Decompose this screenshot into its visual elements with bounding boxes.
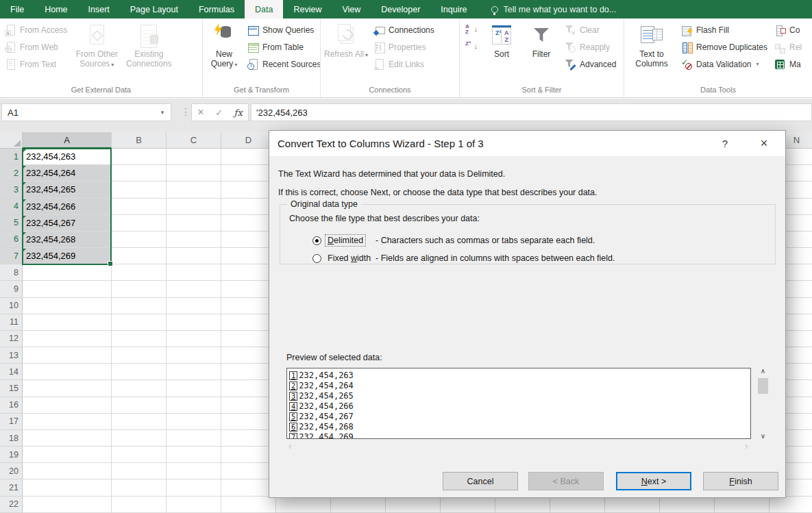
from-other-sources-button[interactable]: From Other Sources▾ <box>71 21 123 85</box>
cell-C8[interactable] <box>167 264 221 281</box>
row-header-15[interactable]: 15 <box>0 380 23 397</box>
cell-A14[interactable] <box>23 364 112 380</box>
cell-C2[interactable] <box>167 165 221 182</box>
cell-B20[interactable] <box>112 463 167 479</box>
tab-home[interactable]: Home <box>34 0 77 18</box>
cell-C9[interactable] <box>167 281 221 297</box>
cell-D15[interactable] <box>221 380 276 397</box>
cell-B21[interactable] <box>112 479 167 496</box>
cell-B11[interactable] <box>112 314 167 331</box>
cell-D10[interactable] <box>221 298 276 314</box>
cell-B3[interactable] <box>112 182 167 198</box>
cell-D9[interactable] <box>221 281 276 297</box>
cell-C21[interactable] <box>167 479 221 496</box>
cell-D1[interactable] <box>221 149 276 165</box>
row-header-13[interactable]: 13 <box>0 347 23 364</box>
next-button[interactable]: Next > <box>616 472 691 490</box>
row-header-14[interactable]: 14 <box>0 364 23 380</box>
cell-D19[interactable] <box>221 447 276 463</box>
cell-B13[interactable] <box>112 347 167 364</box>
cell-B12[interactable] <box>112 331 167 347</box>
tab-view[interactable]: View <box>332 0 371 18</box>
tab-page-layout[interactable]: Page Layout <box>120 0 188 18</box>
cell-B22[interactable] <box>112 497 167 513</box>
cell-A5[interactable]: 232,454,267 <box>23 215 112 232</box>
row-header-11[interactable]: 11 <box>0 314 23 331</box>
relationships-button[interactable]: Rel <box>772 38 804 55</box>
show-queries-button[interactable]: Show Queries <box>245 21 320 38</box>
cell-A2[interactable]: 232,454,264 <box>23 165 112 182</box>
row-header-18[interactable]: 18 <box>0 430 23 447</box>
cell-A3[interactable]: 232,454,265 <box>23 182 112 198</box>
insert-function-icon[interactable] <box>234 106 243 118</box>
row-header-6[interactable]: 6 <box>0 232 23 248</box>
cell-D6[interactable] <box>221 232 276 248</box>
cell-A10[interactable] <box>23 298 112 314</box>
recent-sources-button[interactable]: Recent Sources <box>245 55 320 73</box>
cell-D20[interactable] <box>221 463 276 479</box>
preview-vertical-scrollbar[interactable] <box>757 368 769 439</box>
cell-F22[interactable] <box>331 497 386 513</box>
row-header-10[interactable]: 10 <box>0 298 23 314</box>
cell-A21[interactable] <box>23 479 112 496</box>
new-query-button[interactable]: New Query▾ <box>204 21 244 85</box>
name-box[interactable]: A1 ▾ <box>1 103 171 121</box>
cell-G22[interactable] <box>386 497 441 513</box>
clear-button[interactable]: Clear <box>562 21 619 38</box>
consolidate-button[interactable]: Co <box>772 21 804 38</box>
tab-data[interactable]: Data <box>245 0 283 18</box>
cell-D16[interactable] <box>221 397 276 414</box>
cell-C12[interactable] <box>167 331 221 347</box>
cell-C6[interactable] <box>167 232 221 248</box>
cell-A9[interactable] <box>23 281 112 297</box>
cell-J22[interactable] <box>550 497 605 513</box>
cell-C13[interactable] <box>167 347 221 364</box>
cell-A16[interactable] <box>23 397 112 414</box>
cell-A8[interactable] <box>23 264 112 281</box>
cell-B16[interactable] <box>112 397 167 414</box>
dialog-help-button[interactable]: ? <box>714 136 736 152</box>
cell-C5[interactable] <box>167 215 221 232</box>
cell-B10[interactable] <box>112 298 167 314</box>
tab-review[interactable]: Review <box>283 0 332 18</box>
cell-B6[interactable] <box>112 232 167 248</box>
row-header-8[interactable]: 8 <box>0 264 23 281</box>
cell-D7[interactable] <box>221 248 276 264</box>
cell-D8[interactable] <box>221 264 276 281</box>
cell-A20[interactable] <box>23 463 112 479</box>
row-header-22[interactable]: 22 <box>0 497 23 513</box>
cell-B1[interactable] <box>112 149 167 165</box>
cell-N22[interactable] <box>770 497 812 513</box>
row-header-7[interactable]: 7 <box>0 248 23 264</box>
cell-C17[interactable] <box>167 414 221 430</box>
row-header-20[interactable]: 20 <box>0 463 23 479</box>
existing-connections-button[interactable]: Existing Connections <box>123 21 175 85</box>
scroll-left-icon[interactable] <box>288 440 292 451</box>
tab-formulas[interactable]: Formulas <box>188 0 245 18</box>
connections-button[interactable]: Connections <box>371 21 437 38</box>
row-header-12[interactable]: 12 <box>0 331 23 347</box>
cell-C15[interactable] <box>167 380 221 397</box>
cell-C3[interactable] <box>167 182 221 198</box>
cell-D3[interactable] <box>221 182 276 198</box>
cell-B15[interactable] <box>112 380 167 397</box>
cell-A6[interactable]: 232,454,268 <box>23 232 112 248</box>
column-header-B[interactable]: B <box>112 132 167 149</box>
cell-B4[interactable] <box>112 199 167 215</box>
manage-data-model-button[interactable]: Ma <box>772 55 804 73</box>
cell-D11[interactable] <box>221 314 276 331</box>
formula-input[interactable]: '232,454,263 <box>251 103 812 121</box>
cell-K22[interactable] <box>605 497 660 513</box>
cell-E22[interactable] <box>276 497 331 513</box>
from-web-button[interactable]: From Web <box>2 38 70 55</box>
row-header-19[interactable]: 19 <box>0 447 23 463</box>
cell-B18[interactable] <box>112 430 167 447</box>
from-access-button[interactable]: From Access <box>2 21 70 38</box>
cell-A11[interactable] <box>23 314 112 331</box>
scroll-right-icon[interactable] <box>745 440 748 451</box>
cell-C7[interactable] <box>167 248 221 264</box>
cell-A19[interactable] <box>23 447 112 463</box>
cell-B14[interactable] <box>112 364 167 380</box>
data-validation-button[interactable]: Data Validation▾ <box>678 55 770 73</box>
cell-C4[interactable] <box>167 199 221 215</box>
